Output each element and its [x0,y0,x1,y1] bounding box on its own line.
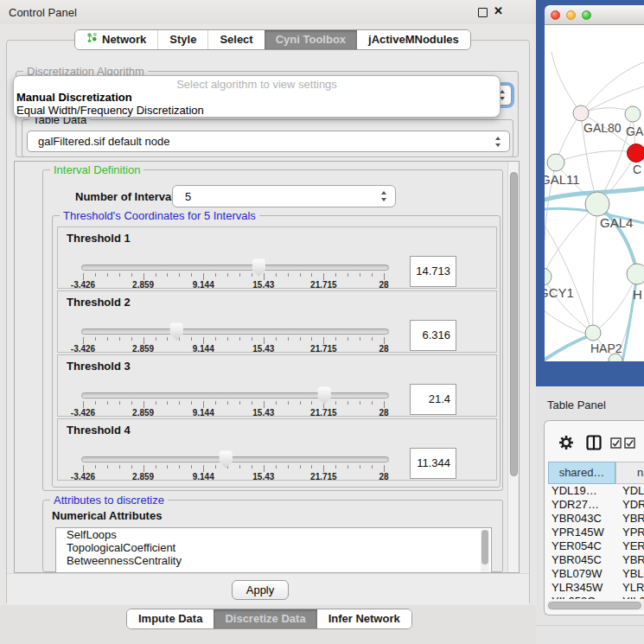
close-icon[interactable]: ✕ [494,4,503,17]
tab-infer-network[interactable]: Infer Network [317,609,411,628]
attribute-item-selfloops[interactable]: SelfLoops [56,528,491,541]
slider-track[interactable] [81,328,389,335]
minimize-traffic-light-icon[interactable] [566,10,576,20]
slider-track[interactable] [81,392,389,399]
slider-tick-label: 21.715 [297,280,349,290]
network-node-label: H [633,287,642,302]
network-node-c[interactable] [628,144,644,163]
network-window-titlebar [545,5,644,25]
slider-tick [348,337,348,341]
table-row[interactable]: YPR145WYPR1 [548,526,644,539]
slider-tick-label: 28 [358,344,410,354]
slider-tick [239,273,240,277]
slider-tick [156,401,156,405]
dropdown-option-equal-width-frequency[interactable]: Equal Width/Frequency Discretization [16,104,204,117]
threshold-panel-3: Threshold 3-3.4262.8599.14415.4321.71528… [57,354,497,417]
column-header-name[interactable]: name [615,462,644,484]
table-row[interactable]: YIL053CYIL0 [548,595,644,599]
slider-tick [143,401,144,408]
slider-tick-label: 9.144 [177,344,229,354]
slider-thumb[interactable] [317,386,331,405]
slider-tick-label: 15.43 [238,344,290,354]
cell-shared-name: YBR045C [552,553,615,566]
network-node-gal11[interactable] [547,154,564,171]
slider-track[interactable] [81,456,389,462]
threshold-value-field[interactable]: 14.713 [410,256,456,287]
apply-button[interactable]: Apply [232,580,289,600]
slider-tick [276,337,277,341]
threshold-value-field[interactable]: 6.316 [410,320,456,351]
slider-tick [95,337,96,341]
bottom-tabbar: Impute DataDiscretize DataInfer Network [126,609,412,629]
attribute-item-betweennesscentrality[interactable]: BetweennessCentrality [56,554,491,567]
attribute-item-topologicalcoefficient[interactable]: TopologicalCoefficient [56,541,491,554]
tab-style[interactable]: Style [157,30,207,49]
list-scrollbar-thumb[interactable] [481,530,488,564]
slider-tick [252,337,252,341]
slider-tick [83,273,84,280]
slider-tick [167,273,168,277]
network-node-label: GAL4 [600,215,633,230]
table-data-select[interactable]: galFiltered.sif default node [27,131,510,152]
interval-definition-title: Interval Definition [50,163,143,176]
columns-icon[interactable] [586,435,602,450]
table-row[interactable]: YBR043CYBR0 [548,512,644,526]
slider-tick [323,465,324,472]
table-row[interactable]: YLR345WYLR3 [548,581,644,595]
network-node-hap2[interactable] [585,325,601,341]
network-canvas[interactable]: GAL80GACGAL11GAL4GCY1HHAP2 [545,25,644,361]
checkbox-icon[interactable] [610,437,622,449]
numerical-attributes-list[interactable]: SelfLoopsTopologicalCoefficientBetweenne… [55,527,492,573]
slider-tick-label: -3.426 [57,344,109,354]
table-row[interactable]: YBR045CYBR0 [548,553,644,567]
tab-discretize-data[interactable]: Discretize Data [214,609,316,628]
tab-network[interactable]: Network [75,30,157,49]
slider-tick-label: -3.426 [57,280,109,290]
slider-tick [264,465,265,472]
slider-thumb[interactable] [169,322,183,341]
settings-scrollbar[interactable] [507,162,520,573]
number-of-intervals-select[interactable]: 5 [172,185,396,207]
list-scrollbar[interactable] [481,530,489,572]
tab-cyni-toolbox[interactable]: Cyni Toolbox [265,30,357,49]
slider-track[interactable] [81,265,389,271]
gear-icon[interactable] [558,435,574,450]
table-hscrollbar[interactable] [546,601,644,610]
settings-scrollbar-thumb[interactable] [510,172,518,476]
table-rows: YDL19…YDL1YDR27…YDR2YBR043CYBR0YPR145WYP… [548,484,644,599]
network-node-gal4[interactable] [585,192,609,216]
threshold-value-field[interactable]: 21.4 [410,384,456,415]
table-row[interactable]: YDR27…YDR2 [548,498,644,512]
tab-impute-data[interactable]: Impute Data [127,609,214,628]
slider-tick [83,465,84,472]
slider-tick [239,465,240,469]
slider-tick [360,337,360,341]
tab-jactivemnodules[interactable]: jActiveMNodules [357,30,470,49]
tab-select[interactable]: Select [207,30,264,49]
table-row[interactable]: YBL079WYBL0 [548,567,644,581]
network-node-gal80[interactable] [573,105,589,121]
slider-tick [167,401,168,405]
zoom-traffic-light-icon[interactable] [582,10,591,20]
thresholds-group: Threshold's Coordinates for 5 Intervals … [52,215,501,488]
slider-tick [179,401,180,405]
cell-shared-name: YBL079W [552,567,615,580]
close-traffic-light-icon[interactable] [551,10,560,20]
table-row[interactable]: YER054CYER0 [548,539,644,553]
numerical-attributes-label: Numerical Attributes [52,509,162,522]
tab-label: jActiveMNodules [368,30,459,49]
cell-name: YBL0 [622,567,644,580]
slider-tick [191,465,192,469]
network-node-ga[interactable] [625,106,641,122]
threshold-value-field[interactable]: 11.344 [410,448,456,479]
network-node-h[interactable] [627,264,644,284]
float-window-icon[interactable] [478,8,488,17]
slider-thumb[interactable] [219,450,233,469]
checkbox-icon[interactable] [624,437,635,449]
column-header-shared-name[interactable]: shared… [548,462,615,484]
table-row[interactable]: YDL19…YDL1 [548,484,644,498]
table-hscrollbar-thumb[interactable] [548,602,641,609]
threshold-label: Threshold 3 [67,360,131,373]
dropdown-option-manual-discretization[interactable]: Manual Discretization [16,91,132,104]
table-panel-title: Table Panel [547,399,606,411]
